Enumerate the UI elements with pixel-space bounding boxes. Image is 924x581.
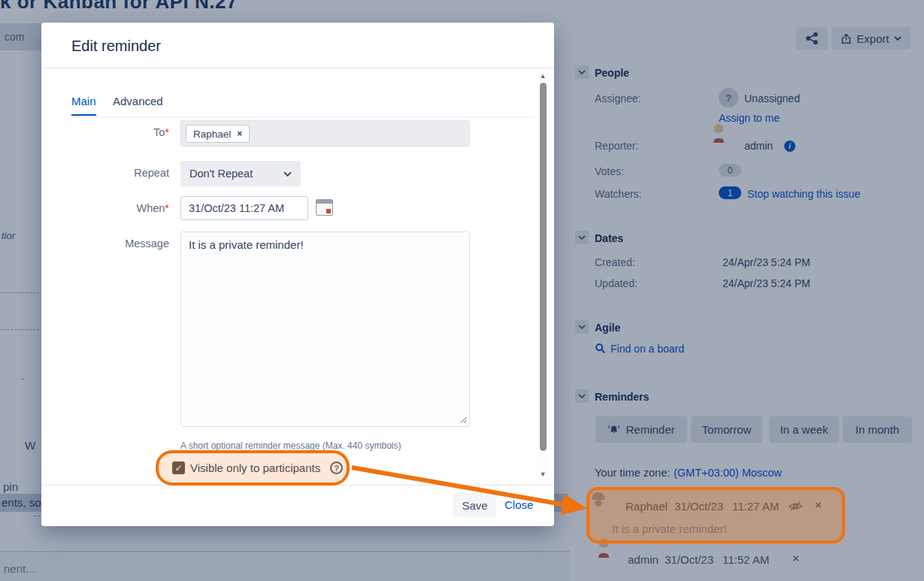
message-textarea[interactable]: It is a private reminder! (180, 231, 470, 427)
scroll-up-button[interactable]: ▲ (539, 72, 547, 80)
when-label: When* (41, 202, 169, 214)
tab-main[interactable]: Main (71, 95, 96, 116)
tab-advanced[interactable]: Advanced (113, 95, 163, 107)
when-input[interactable]: 31/Oct/23 11:27 AM (180, 196, 308, 220)
recipient-chip-label: Raphael (193, 129, 231, 140)
issue-page: k or Kanban for API N.27 com tior . W pi… (0, 0, 924, 581)
required-mark: * (165, 126, 169, 138)
required-mark: * (165, 202, 169, 214)
resize-handle[interactable] (460, 416, 467, 423)
message-helper-text: A short optional reminder message (Max. … (180, 440, 401, 451)
scrollbar-thumb[interactable] (540, 83, 547, 451)
close-link[interactable]: Close (504, 498, 533, 511)
message-label: Message (41, 238, 169, 250)
save-button[interactable]: Save (453, 493, 496, 517)
dialog-title: Edit reminder (71, 38, 161, 55)
calendar-button[interactable] (316, 199, 333, 216)
visibility-checkbox[interactable]: ✓ (172, 461, 185, 474)
chevron-down-icon (283, 171, 292, 177)
scroll-down-button[interactable]: ▼ (539, 471, 547, 478)
visibility-checkbox-label: Visible only to participants (190, 461, 320, 474)
recipient-chip: Raphael × (186, 125, 250, 143)
divider (41, 68, 554, 68)
help-icon[interactable]: ? (330, 461, 343, 474)
repeat-select-value: Don't Repeat (189, 168, 253, 180)
divider (71, 117, 535, 117)
repeat-select[interactable]: Don't Repeat (180, 161, 301, 186)
remove-recipient-button[interactable]: × (237, 129, 242, 139)
divider (41, 485, 554, 486)
to-label: To* (41, 126, 169, 138)
calendar-icon (317, 200, 332, 204)
repeat-label: Repeat (41, 167, 169, 179)
edit-reminder-dialog: Edit reminder Main Advanced To* Raphael … (41, 23, 554, 526)
